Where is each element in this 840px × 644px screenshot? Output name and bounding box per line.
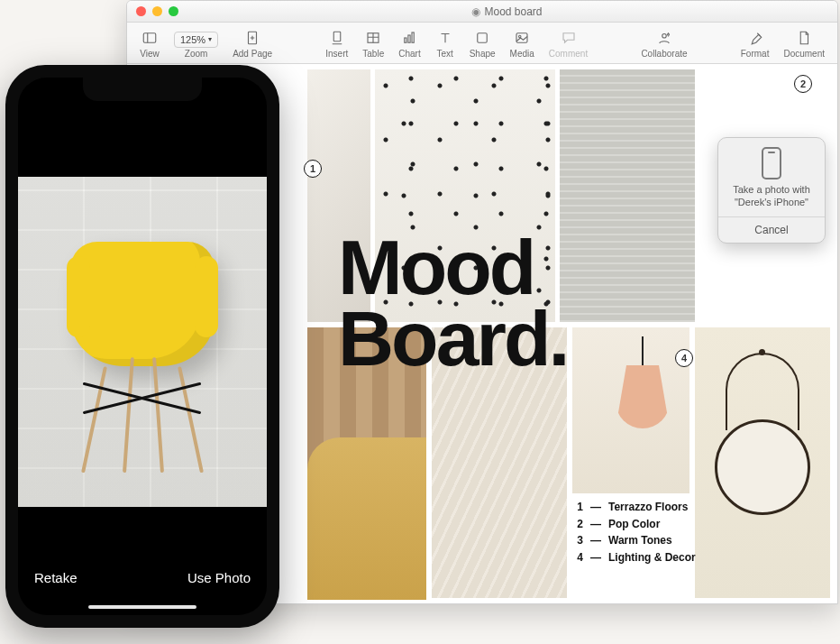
window-traffic-lights — [136, 6, 178, 16]
callout-badge-4[interactable]: 4 — [675, 349, 693, 367]
svg-rect-12 — [412, 32, 414, 42]
moodboard-image-leather-chair[interactable] — [307, 437, 426, 600]
chart-icon — [399, 28, 419, 48]
svg-rect-11 — [408, 35, 410, 42]
use-photo-button[interactable]: Use Photo — [187, 570, 251, 585]
toolbar-add-page-button[interactable]: Add Page — [225, 26, 279, 60]
toolbar-shape-button[interactable]: Shape — [462, 26, 503, 60]
iphone-notch — [83, 78, 202, 101]
moodboard-headline[interactable]: Mood Board. — [338, 232, 567, 374]
toolbar-collaborate-button[interactable]: Collaborate — [634, 26, 694, 60]
yellow-chair-icon — [52, 213, 233, 483]
toolbar-table-button[interactable]: Table — [355, 26, 391, 60]
svg-rect-10 — [405, 38, 406, 42]
chevron-down-icon: ▾ — [208, 35, 212, 43]
iphone-device: Retake Use Photo — [5, 65, 279, 628]
toolbar-media-button[interactable]: Media — [503, 26, 542, 60]
toolbar-comment-button[interactable]: Comment — [542, 26, 595, 60]
popover-message: Take a photo with "Derek's iPhone" — [718, 183, 825, 216]
zoom-value-pill[interactable]: 125% ▾ — [174, 32, 218, 48]
moodboard-legend[interactable]: 1—Terrazzo Floors 2—Pop Color 3—Warm Ton… — [572, 499, 696, 566]
toolbar-zoom-menu[interactable]: 125% ▾ Zoom — [167, 30, 225, 60]
window-zoom-button[interactable] — [169, 6, 178, 16]
sidebar-icon — [140, 28, 160, 48]
toolbar-chart-button[interactable]: Chart — [391, 26, 427, 60]
format-icon — [745, 28, 765, 48]
comment-icon — [559, 28, 579, 48]
svg-point-17 — [519, 35, 521, 37]
window-title-text: Mood board — [484, 5, 542, 18]
toolbar-document-button[interactable]: Document — [776, 26, 832, 60]
callout-badge-1[interactable]: 1 — [304, 160, 322, 178]
moodboard-image-concrete[interactable] — [560, 69, 695, 322]
text-icon — [435, 28, 455, 48]
insert-icon — [327, 28, 347, 48]
toolbar-format-button[interactable]: Format — [734, 26, 777, 60]
popover-cancel-button[interactable]: Cancel — [718, 216, 825, 243]
legend-row: 1—Terrazzo Floors — [572, 499, 696, 516]
window-titlebar: ◉Mood board — [127, 1, 837, 23]
document-edited-icon: ◉ — [471, 5, 480, 18]
legend-row: 2—Pop Color — [572, 516, 696, 533]
toolbar-insert-button[interactable]: Insert — [318, 26, 355, 60]
pendant-lamp-icon — [612, 336, 673, 436]
retake-button[interactable]: Retake — [34, 570, 78, 585]
legend-row: 3—Warm Tones — [572, 532, 696, 549]
svg-point-19 — [667, 33, 669, 35]
svg-point-18 — [662, 33, 667, 38]
legend-row: 4—Lighting & Decor — [572, 549, 696, 566]
continuity-camera-popover: Take a photo with "Derek's iPhone" Cance… — [717, 137, 826, 244]
shape-icon — [472, 28, 492, 48]
window-title: ◉Mood board — [186, 5, 828, 18]
callout-badge-2[interactable]: 2 — [794, 75, 812, 93]
hanging-mirror-icon — [709, 349, 816, 557]
home-indicator[interactable] — [88, 605, 196, 609]
collaborate-icon — [654, 28, 674, 48]
svg-rect-15 — [478, 32, 488, 42]
table-icon — [363, 28, 383, 48]
toolbar-text-button[interactable]: Text — [428, 26, 462, 60]
window-close-button[interactable] — [136, 6, 146, 16]
document-icon — [794, 28, 814, 48]
toolbar: View 125% ▾ Zoom Add Page Insert Table C… — [127, 23, 837, 64]
media-icon — [512, 28, 532, 48]
toolbar-view-button[interactable]: View — [132, 26, 167, 60]
add-page-icon — [242, 28, 262, 48]
window-minimize-button[interactable] — [152, 6, 162, 16]
iphone-screen: Retake Use Photo — [18, 78, 267, 615]
iphone-outline-icon — [762, 147, 781, 179]
svg-rect-0 — [143, 32, 156, 42]
svg-rect-5 — [333, 32, 341, 41]
